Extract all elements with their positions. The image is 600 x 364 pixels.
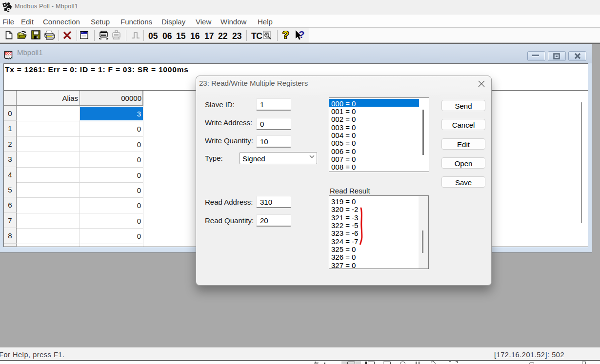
svg-text:DOC: DOC xyxy=(5,52,12,55)
